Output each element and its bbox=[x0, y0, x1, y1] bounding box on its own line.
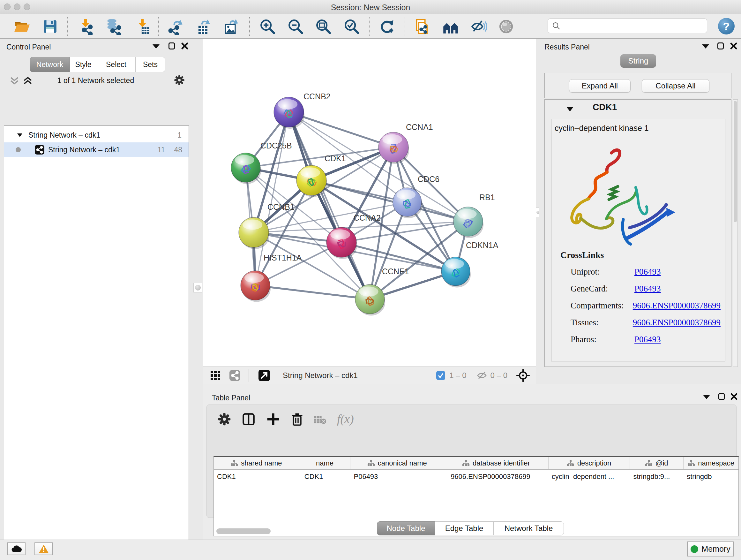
function-builder-icon[interactable]: f(x) bbox=[337, 412, 354, 426]
clone-network-icon[interactable] bbox=[414, 18, 431, 35]
panel-close-icon[interactable] bbox=[730, 42, 738, 50]
string-protein-query-icon[interactable] bbox=[442, 18, 459, 35]
birdseye-view-icon[interactable] bbox=[259, 370, 270, 381]
zoom-fit-icon[interactable] bbox=[315, 18, 332, 35]
panel-float-icon[interactable] bbox=[169, 43, 175, 50]
column-header[interactable]: canonical name bbox=[350, 457, 444, 469]
results-scrollbar-thumb[interactable] bbox=[734, 101, 737, 222]
cell-canonical-name: P06493 bbox=[350, 470, 444, 484]
left-splitter-handle[interactable] bbox=[193, 283, 202, 293]
results-scrollbar[interactable] bbox=[733, 99, 738, 367]
fit-selected-crosshair-icon[interactable] bbox=[516, 369, 530, 382]
column-header[interactable]: description bbox=[549, 457, 630, 469]
cloud-button[interactable] bbox=[7, 543, 25, 555]
hidden-eye-icon[interactable] bbox=[476, 371, 487, 380]
tab-style[interactable]: Style bbox=[70, 57, 97, 72]
column-label: shared name bbox=[241, 459, 282, 468]
gene-description: cyclin–dependent kinase 1 bbox=[555, 124, 649, 133]
memory-button[interactable]: Memory bbox=[687, 542, 734, 557]
graph-node-CCNE1[interactable]: CCNE1 bbox=[355, 267, 409, 315]
delete-column-trash-icon[interactable] bbox=[290, 412, 304, 426]
main-toolbar: ? bbox=[0, 14, 741, 39]
cell-namespace: stringdb bbox=[684, 470, 738, 484]
table-row[interactable]: CDK1 CDK1 P06493 9606.ENSP00000378699 cy… bbox=[214, 470, 738, 484]
panel-menu-icon[interactable] bbox=[152, 44, 159, 49]
warnings-button[interactable] bbox=[35, 543, 53, 555]
delete-table-icon[interactable] bbox=[314, 415, 327, 425]
help-button[interactable]: ? bbox=[718, 18, 735, 35]
zoom-out-icon[interactable] bbox=[287, 18, 304, 35]
add-column-icon[interactable] bbox=[266, 412, 280, 426]
graph-node-CCNA1[interactable]: CCNA1 bbox=[379, 123, 433, 164]
panel-close-icon[interactable] bbox=[730, 392, 738, 401]
zoom-selected-icon[interactable] bbox=[343, 18, 360, 35]
table-hscrollbar-thumb[interactable] bbox=[216, 528, 271, 534]
network-collection-row[interactable]: String Network – cdk1 1 bbox=[4, 128, 189, 142]
export-image-icon[interactable] bbox=[222, 18, 240, 35]
tab-sets[interactable]: Sets bbox=[136, 57, 165, 72]
gene-collapse-icon[interactable] bbox=[566, 107, 574, 112]
collapse-all-icon[interactable] bbox=[9, 76, 20, 86]
open-session-icon[interactable] bbox=[13, 18, 30, 35]
network-view-statusbar: String Network – cdk1 1 – 0 0 – 0 bbox=[203, 367, 536, 384]
panel-float-icon[interactable] bbox=[718, 43, 724, 50]
search-input[interactable] bbox=[563, 21, 700, 30]
panel-float-icon[interactable] bbox=[718, 393, 725, 400]
import-network-database-icon[interactable] bbox=[105, 18, 122, 35]
export-table-icon[interactable] bbox=[195, 18, 212, 35]
network-view[interactable]: CCNB2CCNA1CDC25BCDK1CDC6RB1CCNB1CCNA2CDK… bbox=[203, 39, 536, 384]
tab-edge-table[interactable]: Edge Table bbox=[435, 521, 494, 536]
crosslink-row: Tissues: 9606.ENSP00000378699 bbox=[570, 314, 721, 331]
network-row[interactable]: String Network – cdk1 11 48 bbox=[4, 142, 189, 157]
table-settings-gear-icon[interactable] bbox=[217, 412, 231, 426]
import-network-icon[interactable] bbox=[77, 18, 94, 35]
column-header[interactable]: database identifier bbox=[444, 457, 549, 469]
expand-collapse-bar: Expand All Collapse All bbox=[544, 73, 731, 98]
crosslink-value[interactable]: P06493 bbox=[634, 284, 661, 294]
share-view-icon[interactable] bbox=[229, 370, 240, 381]
cell-shared-name: CDK1 bbox=[214, 470, 299, 484]
graph-node-RB1[interactable]: RB1 bbox=[454, 193, 495, 238]
panel-menu-icon[interactable] bbox=[703, 395, 710, 399]
import-table-icon[interactable] bbox=[134, 18, 151, 35]
panel-menu-icon[interactable] bbox=[702, 44, 709, 49]
graph-node-label: CCNB2 bbox=[304, 92, 331, 101]
crosslink-label: Pharos: bbox=[570, 334, 634, 345]
column-header[interactable]: shared name bbox=[214, 457, 299, 469]
tree-expand-icon[interactable] bbox=[17, 133, 23, 137]
network-graph-canvas[interactable]: CCNB2CCNA1CDC25BCDK1CDC6RB1CCNB1CCNA2CDK… bbox=[203, 39, 536, 367]
hide-panels-icon[interactable] bbox=[470, 18, 487, 35]
expand-all-icon[interactable] bbox=[22, 76, 33, 86]
column-header[interactable]: @id bbox=[630, 457, 684, 469]
column-namespace-icon bbox=[645, 460, 652, 466]
refresh-view-icon[interactable] bbox=[379, 18, 396, 35]
crosslink-value[interactable]: 9606.ENSP00000378699 bbox=[633, 301, 721, 311]
toolbar-separator bbox=[67, 17, 68, 36]
crosslink-value[interactable]: P06493 bbox=[634, 267, 661, 277]
zoom-in-icon[interactable] bbox=[259, 18, 276, 35]
cell-description: cyclin–dependent ... bbox=[549, 470, 630, 484]
column-header[interactable]: name bbox=[299, 457, 351, 469]
crosslink-value[interactable]: 9606.ENSP00000378699 bbox=[633, 318, 721, 327]
export-network-icon[interactable] bbox=[167, 18, 184, 35]
collapse-all-button[interactable]: Collapse All bbox=[642, 79, 710, 92]
search-box[interactable] bbox=[548, 18, 707, 33]
preview-sphere-icon[interactable] bbox=[497, 18, 515, 35]
save-session-icon[interactable] bbox=[42, 18, 59, 35]
split-columns-icon[interactable] bbox=[242, 412, 256, 426]
results-tab-string[interactable]: String bbox=[620, 54, 656, 68]
graph-node-CCNA2[interactable]: CCNA2 bbox=[327, 213, 381, 259]
graph-node-CDKN1A[interactable]: CDKN1A bbox=[441, 241, 498, 288]
tab-node-table[interactable]: Node Table bbox=[377, 521, 435, 536]
panel-close-icon[interactable] bbox=[181, 42, 189, 50]
column-namespace-icon bbox=[231, 460, 238, 466]
network-options-gear-icon[interactable] bbox=[174, 74, 185, 86]
tab-select[interactable]: Select bbox=[97, 57, 136, 72]
column-header[interactable]: namespace bbox=[684, 457, 738, 469]
expand-all-button[interactable]: Expand All bbox=[569, 79, 630, 92]
tab-network[interactable]: Network bbox=[30, 57, 70, 72]
selected-checkbox-icon[interactable] bbox=[436, 371, 446, 380]
crosslink-value[interactable]: P06493 bbox=[634, 334, 661, 345]
grid-view-icon[interactable] bbox=[210, 370, 220, 381]
tab-network-table[interactable]: Network Table bbox=[494, 521, 564, 536]
